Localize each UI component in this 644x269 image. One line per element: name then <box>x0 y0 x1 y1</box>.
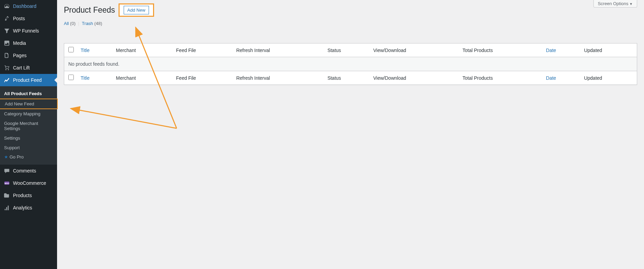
menu-media[interactable]: Media <box>0 37 57 49</box>
menu-label: WP Funnels <box>13 28 39 34</box>
menu-wpfunnels[interactable]: WP Funnels <box>0 25 57 37</box>
comment-icon <box>3 167 10 174</box>
col-refresh-interval: Refresh Interval <box>233 43 324 57</box>
col-merchant: Merchant <box>112 43 173 57</box>
col-title[interactable]: Title <box>77 43 112 57</box>
admin-sidebar: Dashboard Posts WP Funnels Media Pages C… <box>0 0 57 269</box>
select-all-header <box>64 43 78 57</box>
filter-all[interactable]: All <box>64 21 69 26</box>
select-all-checkbox-footer[interactable] <box>68 75 74 80</box>
menu-cartlift[interactable]: Cart Lift <box>0 62 57 74</box>
dashboard-icon <box>3 3 10 10</box>
page-header: Product Feeds Add New <box>64 3 637 17</box>
menu-comments[interactable]: Comments <box>0 165 57 177</box>
menu-label: Dashboard <box>13 3 37 9</box>
col-updated-footer: Updated <box>580 71 637 85</box>
col-total-products-footer: Total Products <box>459 71 543 85</box>
add-new-button[interactable]: Add New <box>124 6 149 14</box>
menu-label: WooCommerce <box>13 180 46 186</box>
empty-state: No product feeds found. <box>64 57 637 71</box>
filter-trash-label: Trash <box>82 21 93 26</box>
funnel-icon <box>3 27 10 34</box>
menu-label: Products <box>13 192 32 198</box>
col-date[interactable]: Date <box>543 43 580 57</box>
cart-icon <box>3 64 10 71</box>
menu-product-feed[interactable]: Product Feed <box>0 74 57 86</box>
menu-posts[interactable]: Posts <box>0 12 57 25</box>
media-icon <box>3 40 10 47</box>
screen-options-button[interactable]: Screen Options <box>593 0 637 8</box>
menu-label: Media <box>13 40 26 46</box>
col-status-footer: Status <box>324 71 370 85</box>
submenu-category-mapping[interactable]: Category Mapping <box>0 109 57 119</box>
svg-text:WOO: WOO <box>4 182 9 184</box>
woo-icon: WOO <box>3 180 10 187</box>
pin-icon <box>3 15 10 22</box>
col-title-footer[interactable]: Title <box>77 71 112 85</box>
products-icon <box>3 192 10 199</box>
menu-label: Comments <box>13 168 36 174</box>
star-icon: ★ <box>4 154 8 159</box>
submenu-support[interactable]: Support <box>0 143 57 153</box>
chart-icon <box>3 77 10 84</box>
menu-label: Cart Lift <box>13 65 30 71</box>
svg-line-4 <box>71 108 177 128</box>
add-new-highlight: Add New <box>119 3 154 17</box>
select-all-checkbox[interactable] <box>68 47 74 52</box>
submenu-product-feed: All Product Feeds Add New Feed Category … <box>0 86 57 165</box>
menu-products[interactable]: Products <box>0 189 57 202</box>
col-feed-file: Feed File <box>173 43 233 57</box>
filter-trash[interactable]: Trash <box>82 21 93 26</box>
col-updated: Updated <box>580 43 637 57</box>
menu-label: Analytics <box>13 205 32 211</box>
analytics-icon <box>3 204 10 211</box>
submenu-settings[interactable]: Settings <box>0 133 57 143</box>
col-total-products: Total Products <box>459 43 543 57</box>
col-view-download-footer: View/Download <box>370 71 459 85</box>
page-title: Product Feeds <box>64 5 115 15</box>
col-refresh-interval-footer: Refresh Interval <box>233 71 324 85</box>
filter-all-label: All <box>64 21 69 26</box>
filter-separator: | <box>78 21 81 26</box>
pages-icon <box>3 52 10 59</box>
menu-pages[interactable]: Pages <box>0 49 57 62</box>
filter-links: All (0) | Trash (48) <box>64 21 637 26</box>
content-area: Screen Options Product Feeds Add New All… <box>57 0 644 269</box>
submenu-add-new-feed[interactable]: Add New Feed <box>0 99 58 110</box>
menu-label: Pages <box>13 52 27 59</box>
col-date-footer[interactable]: Date <box>543 71 580 85</box>
submenu-all-product-feeds[interactable]: All Product Feeds <box>0 89 57 99</box>
menu-dashboard[interactable]: Dashboard <box>0 0 57 12</box>
menu-label: Posts <box>13 15 25 22</box>
col-view-download: View/Download <box>370 43 459 57</box>
filter-trash-count: (48) <box>94 21 102 26</box>
menu-woocommerce[interactable]: WOO WooCommerce <box>0 177 57 189</box>
submenu-label: Go Pro <box>10 154 24 159</box>
filter-all-count: (0) <box>70 21 76 26</box>
select-all-footer <box>64 71 78 85</box>
col-merchant-footer: Merchant <box>112 71 173 85</box>
submenu-google-merchant[interactable]: Google Merchant Settings <box>0 119 57 133</box>
menu-label: Product Feed <box>13 77 42 83</box>
menu-analytics[interactable]: Analytics <box>0 202 57 214</box>
product-feeds-table: Title Merchant Feed File Refresh Interva… <box>64 43 637 85</box>
col-status: Status <box>324 43 370 57</box>
col-feed-file-footer: Feed File <box>173 71 233 85</box>
submenu-go-pro[interactable]: ★Go Pro <box>0 152 57 162</box>
